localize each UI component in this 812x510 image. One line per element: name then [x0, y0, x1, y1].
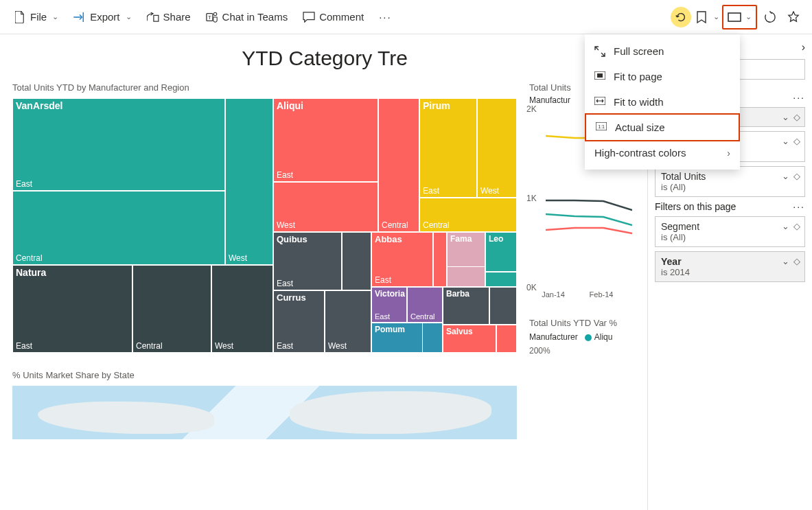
view-mode-button[interactable]: ⌄: [722, 5, 757, 30]
menu-item-fullscreen[interactable]: Full screen: [585, 38, 740, 64]
treemap-region[interactable]: Central: [12, 191, 225, 265]
view-icon: [728, 12, 741, 22]
treemap-region[interactable]: East: [273, 290, 325, 353]
menu-item-fit-page[interactable]: Fit to page: [585, 64, 740, 89]
toolbar-right: ⌄ ⌄: [671, 5, 804, 30]
chevron-down-icon[interactable]: ⌄: [782, 256, 789, 266]
menu-label: Actual size: [615, 121, 665, 133]
treemap-cell-salvus[interactable]: Salvus: [443, 325, 496, 353]
menu-label: Fit to width: [614, 96, 664, 108]
chevron-down-icon[interactable]: ⌄: [782, 112, 789, 122]
more-icon[interactable]: ···: [793, 201, 805, 212]
comment-icon: [303, 11, 315, 23]
treemap-region[interactable]: West: [477, 98, 517, 198]
menu-item-high-contrast[interactable]: High-contrast colors ›: [585, 140, 740, 165]
treemap-region[interactable]: [485, 272, 517, 287]
menu-label: Fit to page: [614, 71, 662, 82]
more-menu[interactable]: ···: [373, 5, 397, 29]
map-land: [290, 391, 491, 434]
treemap-region[interactable]: [342, 232, 371, 290]
map-chart[interactable]: [12, 386, 517, 439]
treemap-region[interactable]: Central: [378, 98, 419, 232]
favorite-button[interactable]: [783, 5, 804, 29]
var-chart-title: Total Units YTD Var %: [529, 318, 632, 328]
treemap-region[interactable]: Central: [419, 198, 517, 232]
y-tick: 1K: [526, 194, 537, 203]
treemap-region[interactable]: East: [419, 98, 477, 198]
treemap-region[interactable]: [433, 232, 447, 287]
chevron-down-icon[interactable]: ⌄: [782, 171, 789, 181]
treemap-region[interactable]: [447, 266, 485, 287]
filter-card[interactable]: ⌄◇ Segment is (All): [655, 216, 805, 247]
treemap-cell-barba[interactable]: Barba: [443, 287, 489, 325]
filter-value: is (All): [661, 182, 799, 192]
svg-rect-4: [728, 13, 741, 21]
reset-button[interactable]: [671, 7, 691, 27]
map-land: [38, 402, 214, 434]
svg-rect-0: [153, 15, 158, 21]
x-tick: Feb-14: [590, 290, 614, 299]
x-tick: Jan-14: [542, 290, 565, 299]
eraser-icon[interactable]: ◇: [793, 136, 800, 146]
menu-item-fit-width[interactable]: Fit to width: [585, 89, 740, 115]
chevron-down-icon[interactable]: ⌄: [782, 221, 789, 231]
chat-teams-button[interactable]: T Chat in Teams: [200, 5, 294, 29]
more-icon[interactable]: ···: [793, 92, 805, 103]
treemap-region[interactable]: [489, 287, 517, 325]
treemap-region[interactable]: West: [225, 98, 273, 265]
treemap-region[interactable]: East: [12, 98, 225, 191]
eraser-icon[interactable]: ◇: [793, 221, 800, 231]
comment-button[interactable]: Comment: [297, 5, 369, 29]
share-button[interactable]: Share: [141, 5, 196, 29]
legend-dot-icon: [585, 334, 592, 341]
bookmark-button[interactable]: [694, 5, 709, 29]
share-label: Share: [163, 11, 191, 23]
chevron-down-icon[interactable]: ⌄: [713, 12, 719, 21]
var-y-tick: 200%: [529, 346, 632, 356]
treemap-region[interactable]: West: [325, 290, 371, 353]
treemap-chart[interactable]: VanArsdel East Central West Natura East …: [12, 98, 517, 353]
filter-value: is (All): [661, 232, 799, 242]
treemap-region[interactable]: Central: [407, 287, 443, 323]
report-canvas: YTD Category Tre Total Units YTD by Manu…: [12, 47, 637, 510]
filter-card[interactable]: ⌄◇ Year is 2014: [655, 251, 805, 282]
treemap-cell-leo[interactable]: Leo: [485, 232, 517, 272]
menu-label: Full screen: [614, 45, 664, 57]
treemap-region[interactable]: Central: [132, 265, 211, 353]
actual-size-icon: 1:1: [596, 122, 607, 133]
treemap-region[interactable]: [496, 325, 517, 353]
var-chart-legend: Manufacturer Aliqu: [529, 332, 632, 342]
treemap-cell-abbas[interactable]: Abbas East: [371, 232, 433, 287]
chevron-right-icon: ›: [727, 148, 730, 159]
more-icon: ···: [379, 11, 392, 23]
eraser-icon[interactable]: ◇: [793, 112, 800, 122]
filter-card[interactable]: ⌄◇ Total Units is (All): [655, 166, 805, 197]
svg-text:1:1: 1:1: [598, 124, 605, 129]
export-menu[interactable]: Export ⌄: [68, 5, 137, 29]
bookmark-icon: [697, 11, 706, 23]
share-icon: [147, 11, 159, 23]
file-menu[interactable]: File ⌄: [8, 5, 64, 29]
y-tick: 2K: [526, 104, 537, 114]
svg-text:T: T: [207, 14, 211, 20]
y-tick: 0K: [526, 283, 537, 292]
treemap-region[interactable]: West: [211, 265, 273, 353]
eraser-icon[interactable]: ◇: [793, 171, 800, 181]
chevron-down-icon: ⌄: [52, 12, 58, 21]
undo-icon: [675, 11, 687, 23]
chevron-down-icon[interactable]: ⌄: [782, 136, 789, 146]
fit-page-icon: [594, 71, 605, 82]
menu-item-actual-size[interactable]: 1:1 Actual size: [585, 113, 740, 141]
filter-value: is 2014: [661, 267, 799, 277]
treemap-title: Total Units YTD by Manufacturer and Regi…: [12, 82, 517, 93]
filters-page-section: Filters on this page ···: [655, 201, 805, 212]
treemap-region[interactable]: East: [273, 232, 342, 290]
eraser-icon[interactable]: ◇: [793, 256, 800, 266]
treemap-region[interactable]: [422, 323, 443, 353]
treemap-region[interactable]: East: [371, 287, 407, 323]
treemap-region[interactable]: East: [12, 265, 132, 353]
treemap-region[interactable]: West: [273, 182, 378, 232]
star-icon: [787, 11, 800, 23]
refresh-button[interactable]: [760, 5, 780, 29]
treemap-region[interactable]: East: [273, 98, 378, 182]
